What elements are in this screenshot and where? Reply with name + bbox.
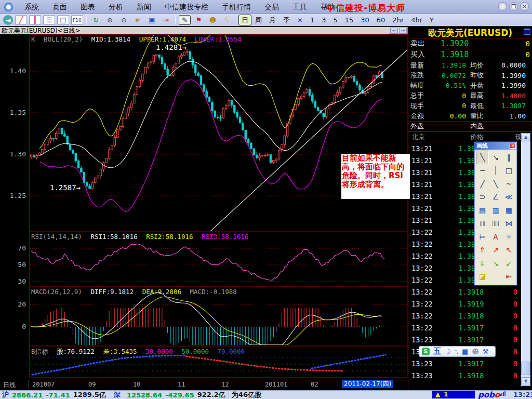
tick-row: 13:231.39180: [408, 371, 521, 380]
quote-value: -0.0072: [431, 72, 470, 79]
arrow-se-tool[interactable]: ↘: [489, 257, 502, 270]
close-button[interactable]: ✕: [520, 2, 529, 11]
vertical-grid-tool[interactable]: ||||: [476, 217, 489, 231]
arc-tool[interactable]: ⊃: [476, 191, 489, 204]
tick-row: 13:231.39170: [408, 336, 521, 344]
scrollbar-thumb[interactable]: [521, 362, 530, 375]
ime-logo-icon[interactable]: S: [422, 348, 430, 355]
quote-value: 1.3990: [491, 72, 530, 79]
boll-mid: MID:1.3814: [91, 35, 130, 43]
ray-tool[interactable]: ↘: [489, 151, 502, 164]
horizontal-line-tool[interactable]: ─: [476, 164, 489, 178]
tick-volume: 0: [504, 371, 517, 380]
quote-value: 1.3897: [491, 102, 530, 110]
restore-button[interactable]: ❐: [509, 2, 518, 11]
tick-time: 13:21: [411, 180, 438, 189]
alert-indicator[interactable]: ▲ 1: [432, 391, 475, 398]
minimize-button[interactable]: –: [498, 2, 507, 11]
quote-label: 买入: [410, 50, 441, 59]
x-axis-period-label: 日线: [3, 381, 16, 390]
cycle-lines-tool[interactable]: |||||: [489, 217, 502, 231]
tick-time: 13:22: [411, 324, 438, 332]
quote-qty: 0: [509, 39, 530, 48]
arrow-sw-tool[interactable]: ↙: [502, 257, 515, 270]
price-axis-label: 1.30: [10, 150, 26, 158]
boll-k: K: [31, 35, 35, 43]
sz-index-value: 12528.64: [127, 391, 162, 399]
arrow-nw-tool[interactable]: ↖: [502, 244, 515, 257]
eraser-tool[interactable]: ◪: [476, 270, 489, 284]
quote-dual-row: 幅度-0.51%开盘1.3990: [408, 81, 532, 91]
x-axis-label-10: 10: [133, 381, 140, 388]
macd-header: MACD(26,12,9) DIFF:9.1812 DEA:9.2806 MAC…: [31, 288, 242, 296]
macd-dea: DEA:9.2806: [142, 288, 181, 296]
quote-label: 最新: [410, 61, 431, 70]
tick-row: 13:221.39180: [408, 312, 521, 320]
scroll-up-button[interactable]: ▲: [521, 133, 530, 141]
tick-price: 1.3919: [438, 300, 504, 308]
quote-label: 量比: [470, 111, 491, 121]
period-button-Y[interactable]: Y: [426, 15, 437, 25]
scroll-down-button[interactable]: ▼: [521, 377, 530, 385]
palette-close-icon[interactable]: ✕: [510, 143, 516, 149]
quote-dual-row: 金额0.00量比1.00: [408, 111, 532, 122]
percent-lines-tool[interactable]: ▥: [489, 204, 502, 217]
curve-tool[interactable]: ~: [502, 177, 515, 191]
quote-symbol-title: 欧元美元(EURUSD): [428, 28, 512, 38]
fibonacci-lines-tool[interactable]: ▦: [502, 204, 515, 217]
quote-qty: 0: [509, 50, 530, 59]
ime-user-icon[interactable]: ☻: [472, 348, 479, 355]
text-tool[interactable]: A: [489, 230, 502, 244]
speed-lines-tool[interactable]: ≪: [502, 191, 515, 204]
macd-axis-label: 20: [18, 300, 26, 308]
ime-punct-icon[interactable]: °,: [455, 349, 458, 354]
parallel-lines-tool[interactable]: ∥: [502, 151, 515, 164]
trendline-tool[interactable]: ╲: [476, 151, 489, 164]
quote-title-bar: 欧元美元(EURUSD): [408, 27, 532, 38]
tick-time: 13:21: [411, 216, 438, 224]
tick-scrollbar[interactable]: ▲ ▼: [521, 133, 530, 386]
x-axis-label-09: 09: [88, 381, 96, 388]
quote-value: 1.3918: [431, 61, 470, 69]
ime-moon-icon[interactable]: ☽: [445, 348, 451, 355]
channel-tool[interactable]: ⋈: [502, 217, 515, 231]
ime-mode-label[interactable]: 五: [433, 347, 441, 356]
rsi1-value: RSI1:58.1016: [90, 233, 137, 241]
vertical-line-tool[interactable]: │: [489, 164, 502, 178]
angle-tool[interactable]: ∠: [489, 191, 502, 204]
boll-lower: LOWER:1.3554: [195, 35, 242, 43]
x-axis-label-11: 11: [178, 381, 185, 388]
bollinger-group: [39, 28, 382, 212]
tick-volume: 0: [504, 300, 517, 308]
arrow-ne-tool[interactable]: ↗: [489, 244, 502, 257]
rectangle-tool[interactable]: □: [502, 164, 515, 178]
segment2-tool[interactable]: ╲: [489, 177, 502, 191]
spiderweb-tool[interactable]: ✳: [502, 230, 515, 244]
chart-annotation-note[interactable]: 目前如果不能新高，将面临下向的危险。同时，RSI将形成背离。: [341, 154, 410, 199]
low-price-label: 1.2587→: [50, 183, 81, 192]
quote-value: 0.0000: [491, 61, 530, 69]
candles-group: [30, 49, 383, 190]
tick-time: 13:23: [411, 336, 438, 344]
bollinger-mid-line: [39, 61, 382, 168]
inout-row: 外盘 --- 内盘 ---: [408, 121, 532, 131]
palette-titlebar[interactable]: 画线 ✕: [474, 142, 517, 150]
quote-maximize-icon[interactable]: [524, 29, 530, 35]
arrow-down-tool[interactable]: ⇓: [476, 257, 489, 270]
ime-keyboard-icon[interactable]: ▦: [462, 348, 468, 355]
quote-value: 0: [431, 102, 470, 110]
macd-diff: DIFF:9.1812: [90, 288, 134, 296]
tick-price: 1.3917: [438, 336, 504, 344]
segment-tool[interactable]: ╱: [476, 177, 489, 191]
ime-wrench-icon[interactable]: ⚒: [483, 348, 489, 355]
gann-lines-tool[interactable]: ▤: [476, 204, 489, 217]
undo-draw-tool[interactable]: ⇤: [502, 270, 515, 284]
ask-row: 卖出1.39200: [408, 38, 532, 49]
arrow-up-tool[interactable]: ⇑: [476, 244, 489, 257]
period-button-4hr[interactable]: 4hr: [407, 15, 426, 25]
regression-tool[interactable]: ⊨: [476, 230, 489, 244]
price-axis-label: 1.25: [10, 192, 26, 200]
tick-volume: 0: [504, 348, 517, 356]
price-axis-label: 1.35: [10, 109, 26, 116]
drawing-palette: 画线 ✕ ╲↘∥─│□╱╲~⊃∠≪▤▥▦|||||||||⋈⊨A✳⇑↗↖⇓↘↙◪…: [474, 141, 517, 286]
